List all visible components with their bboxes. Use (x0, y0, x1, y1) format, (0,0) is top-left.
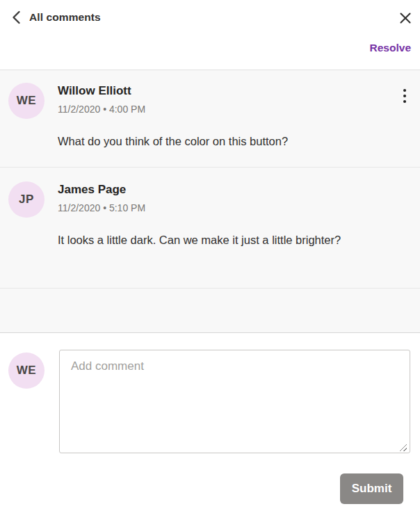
comment-timestamp: 11/2/2020 • 5:10 PM (58, 202, 412, 213)
comment-timestamp: 11/2/2020 • 4:00 PM (58, 104, 412, 115)
close-button[interactable] (396, 9, 414, 27)
comment-author: James Page (58, 182, 412, 197)
back-button[interactable] (8, 10, 24, 25)
comment-item: WE Willow Elliott 11/2/2020 • 4:00 PM Wh… (0, 70, 420, 167)
avatar: JP (8, 181, 45, 218)
comment-author: Willow Elliott (58, 83, 412, 99)
avatar: WE (8, 83, 45, 119)
comment-text: What do you think of the color on this b… (58, 129, 357, 154)
comment-item: JP James Page 11/2/2020 • 5:10 PM It loo… (0, 167, 420, 288)
chevron-left-icon (12, 10, 21, 24)
add-comment-input[interactable] (59, 350, 410, 453)
comment-body: Willow Elliott 11/2/2020 • 4:00 PM What … (58, 83, 412, 167)
comment-text: It looks a little dark. Can we make it j… (58, 228, 357, 252)
comment-body: James Page 11/2/2020 • 5:10 PM It looks … (58, 181, 412, 288)
comment-menu-button[interactable] (397, 86, 412, 106)
resolve-button[interactable]: Resolve (370, 42, 411, 54)
comments-list-footer-spacer (0, 288, 420, 333)
avatar: WE (8, 352, 45, 389)
comments-panel-header: All comments Resolve (0, 0, 420, 70)
close-icon (400, 13, 411, 24)
add-comment-composer: WE Submit (0, 333, 420, 511)
title-row: All comments (0, 0, 420, 25)
comments-list: WE Willow Elliott 11/2/2020 • 4:00 PM Wh… (0, 70, 420, 333)
submit-button[interactable]: Submit (340, 473, 403, 504)
page-title: All comments (29, 11, 101, 24)
